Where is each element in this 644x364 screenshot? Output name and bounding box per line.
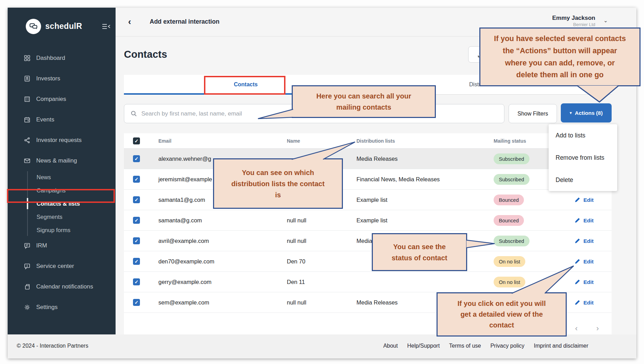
pencil-icon [574,300,580,306]
edit-button[interactable]: Edit [574,190,594,210]
app-title: schedulR [45,22,82,31]
callout-distribution-lists: You can see on which distribution lists … [213,158,343,209]
sidebar-item-investors[interactable]: Investors [8,72,116,86]
search-icon [131,110,137,117]
edit-button[interactable]: Edit [574,231,594,251]
status-badge: Subscribed [494,174,529,185]
cell-name: null null [287,231,306,251]
edit-button[interactable]: Edit [574,292,594,313]
status-badge: Subscribed [494,236,529,246]
table-header-row: ✓ Email Name Distribution lists Mailing … [124,133,612,149]
pencil-icon [574,217,580,223]
footer-link-privacy[interactable]: Privacy policy [490,343,525,349]
menu-item-add-to-lists[interactable]: Add to lists [549,124,617,147]
pencil-icon [574,197,580,203]
row-checkbox[interactable]: ✓ [133,196,140,203]
table-row: ✓alexanne.wehner@gMedia ReleasesSubscrib… [124,149,612,169]
sidebar-item-calendar-notifications[interactable]: Calendar notifications [8,280,116,294]
sidebar-item-investor-requests[interactable]: Investor requests [8,133,116,147]
user-menu-chevron-icon[interactable]: ⌄ [603,17,608,24]
cell-lists: Media Releases [356,149,398,169]
sidebar-item-news[interactable]: News [8,171,116,183]
sidebar-item-events[interactable]: Events [8,113,116,127]
status-badge: On no list [494,256,525,267]
back-button[interactable]: ‹ [128,15,131,28]
sidebar-item-settings[interactable]: Settings [8,300,116,314]
menu-item-remove-from-lists[interactable]: Remove from lists [549,147,617,169]
column-header-email: Email [158,133,171,149]
gear-icon [24,304,31,311]
row-checkbox[interactable]: ✓ [133,299,140,306]
callout-actions-button: If you have selected several contacts th… [479,27,641,86]
menu-item-delete[interactable]: Delete [549,169,617,191]
sidebar-item-news-mailing[interactable]: News & mailing [8,154,116,168]
row-checkbox[interactable]: ✓ [133,176,140,183]
status-badge: Subscribed [494,153,529,164]
app-logo-icon [26,19,41,34]
actions-dropdown-menu: Add to lists Remove from lists Delete [549,124,617,191]
cell-email: samanta@g.com [158,210,202,231]
cell-name: null null [287,292,306,313]
cell-lists: Media Releases [356,292,398,313]
cell-email: jeremismit@example [158,169,212,190]
show-filters-button[interactable]: Show Filters [509,104,557,123]
sidebar-item-contacts-lists[interactable]: Contacts & lists [8,198,116,209]
actions-button[interactable]: ▾ Actions (8) [561,103,612,122]
footer-link-imprint[interactable]: Imprint and disclaimer [534,343,589,349]
row-checkbox[interactable]: ✓ [133,258,140,265]
pagination-next-icon[interactable]: › [596,324,599,333]
footer-links: About Help/Support Terms of use Privacy … [383,343,588,349]
sidebar-item-dashboard[interactable]: Dashboard [8,51,116,65]
row-checkbox[interactable]: ✓ [133,278,140,285]
user-name[interactable]: Emmy Jackson [552,15,595,22]
table-row: ✓samanta@g.comnull nullExample listBounc… [124,210,612,231]
sidebar-item-companies[interactable]: Companies [8,92,116,106]
row-checkbox[interactable]: ✓ [133,217,140,224]
sidebar-item-service-center[interactable]: Service center [8,259,116,273]
cell-email: sem@example.com [158,292,209,313]
sidebar-item-irm[interactable]: IRM [8,239,116,253]
table-row: ✓avril@example.comnull nullMedia Release… [124,231,612,251]
pagination-prev-icon[interactable]: ‹ [575,324,578,333]
callout-search: Here you can search all your mailing con… [292,85,436,118]
logo-row: schedulR [8,18,116,35]
breadcrumb-title: Add external interaction [150,18,219,25]
caret-down-icon: ▾ [570,111,572,115]
chat-lines-icon [24,242,31,249]
sidebar-item-campaigns[interactable]: Campaigns [8,184,116,196]
collapse-sidebar-icon[interactable] [102,23,111,30]
edit-button[interactable]: Edit [574,251,594,272]
edit-button[interactable]: Edit [574,272,594,292]
cell-lists: Financial News, Media Releases [356,169,440,190]
sidebar-item-signup-forms[interactable]: Signup forms [8,224,116,236]
cell-lists: Example list [356,210,387,231]
footer-link-help[interactable]: Help/Support [407,343,440,349]
row-checkbox[interactable]: ✓ [133,155,140,162]
investors-icon [24,75,31,82]
status-badge: Bounced [494,195,524,205]
cell-name: Den 70 [287,251,305,272]
row-checkbox[interactable]: ✓ [133,237,140,244]
footer-link-terms[interactable]: Terms of use [449,343,481,349]
sidebar-item-segments[interactable]: Segments [8,211,116,223]
column-header-status: Mailing status [494,133,526,149]
cell-name: Den 11 [287,272,305,292]
pencil-icon [574,259,580,264]
table-row: ✓jeremismit@exampleFinancial News, Media… [124,169,612,190]
cell-name: null null [287,210,306,231]
edit-button[interactable]: Edit [574,210,594,231]
pencil-icon [574,238,580,244]
footer-link-about[interactable]: About [383,343,398,349]
cell-email: den70@example.com [158,251,214,272]
table-row: ✓samanta1@g.comExample listBouncedEdit [124,190,612,210]
status-badge: Bounced [494,215,524,226]
select-all-checkbox[interactable]: ✓ [133,137,140,144]
cell-email: gerry@example.com [158,272,211,292]
dashboard-icon [24,55,31,62]
table-row: ✓gerry@example.comDen 11On no listEdit [124,272,612,292]
sidebar: schedulR Dashboard Investors Companies E… [8,8,116,334]
user-company: Bernier Ltd [573,22,595,27]
cell-email: samanta1@g.com [158,190,205,210]
events-icon [24,116,31,123]
cell-email: alexanne.wehner@g [158,149,211,169]
